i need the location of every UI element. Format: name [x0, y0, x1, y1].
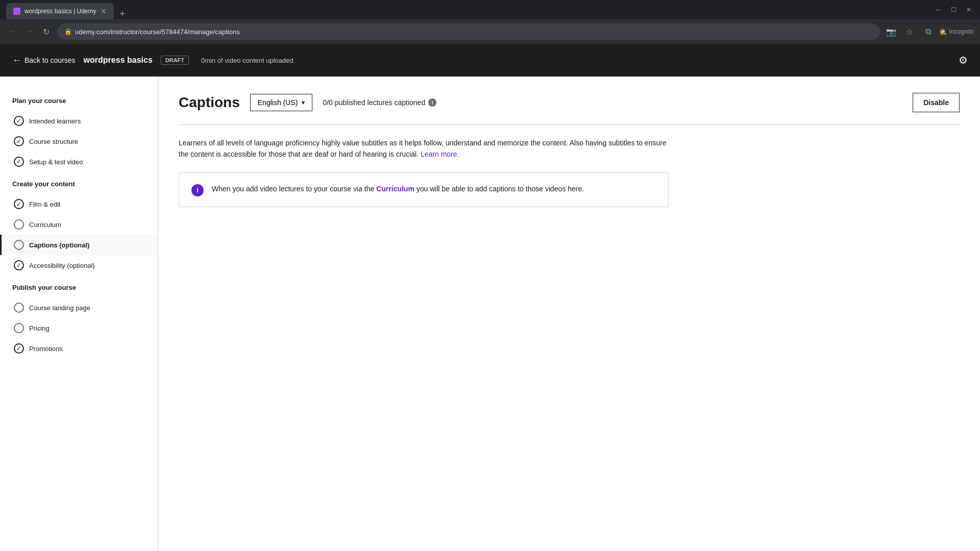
- sidebar-label: Film & edit: [29, 201, 60, 208]
- video-upload-status: 0min of video content uploaded: [201, 57, 293, 64]
- sidebar-item-pricing[interactable]: Pricing: [0, 318, 158, 338]
- check-completed-icon: ✓: [14, 136, 24, 146]
- draft-badge: DRAFT: [161, 56, 189, 65]
- check-empty-icon: [14, 303, 24, 313]
- learn-more-link[interactable]: Learn more.: [421, 150, 459, 158]
- tab-title: wordpress basics | Udemy: [24, 8, 96, 15]
- check-completed-icon: ✓: [14, 343, 24, 354]
- tab-favicon: [13, 8, 20, 15]
- address-text: udemy.com/instructor/course/5784474/mana…: [75, 28, 240, 36]
- check-completed-icon: ✓: [14, 260, 24, 270]
- sidebar-item-accessibility[interactable]: ✓ Accessibility (optional): [0, 255, 158, 276]
- check-empty-icon: [14, 323, 24, 333]
- curriculum-link[interactable]: Curriculum: [376, 185, 414, 193]
- sidebar-item-curriculum[interactable]: Curriculum: [0, 214, 158, 235]
- browser-tab-active[interactable]: wordpress basics | Udemy ✕: [6, 3, 114, 19]
- sidebar-label: Pricing: [29, 324, 50, 332]
- caption-description-text: Learners of all levels of language profi…: [179, 137, 669, 160]
- forward-button[interactable]: →: [22, 24, 37, 39]
- maximize-button[interactable]: ☐: [946, 3, 961, 17]
- star-icon[interactable]: ☆: [902, 24, 917, 39]
- back-to-courses-link[interactable]: ← Back to courses: [12, 55, 76, 66]
- sidebar-label: Course landing page: [29, 304, 90, 312]
- create-section-title: Create your content: [0, 176, 158, 192]
- incognito-indicator: 🕵 Incognito: [939, 28, 974, 35]
- split-view-icon[interactable]: ⧉: [921, 24, 935, 39]
- sidebar-item-course-structure[interactable]: ✓ Course structure: [0, 131, 158, 152]
- close-window-button[interactable]: ✕: [962, 3, 976, 17]
- sidebar-item-intended-learners[interactable]: ✓ Intended learners: [0, 111, 158, 131]
- info-icon: i: [428, 98, 436, 107]
- sidebar-label: Promotions: [29, 345, 63, 353]
- course-sidebar: Plan your course ✓ Intended learners ✓ C…: [0, 77, 158, 551]
- check-completed-icon: ✓: [14, 199, 24, 209]
- sidebar-label: Accessibility (optional): [29, 262, 95, 269]
- check-empty-icon: [14, 219, 24, 230]
- course-title: wordpress basics: [84, 56, 153, 65]
- captions-count: 0/0 published lectures captioned i: [323, 98, 436, 107]
- plan-section-title: Plan your course: [0, 93, 158, 109]
- address-bar[interactable]: 🔒 udemy.com/instructor/course/5784474/ma…: [57, 23, 880, 40]
- lock-icon: 🔒: [64, 28, 72, 35]
- settings-icon[interactable]: ⚙: [959, 54, 968, 66]
- sidebar-label: Curriculum: [29, 221, 61, 229]
- info-box: i When you add video lectures to your co…: [179, 172, 669, 207]
- sidebar-label: Course structure: [29, 138, 78, 145]
- language-select-value: English (US): [258, 98, 298, 107]
- main-content-area: Captions English (US) ▾ 0/0 published le…: [158, 77, 980, 551]
- sidebar-item-film-edit[interactable]: ✓ Film & edit: [0, 194, 158, 214]
- new-tab-button[interactable]: +: [116, 9, 130, 19]
- tab-close-button[interactable]: ✕: [101, 7, 107, 15]
- minimize-button[interactable]: ─: [931, 3, 945, 17]
- disable-button[interactable]: Disable: [913, 93, 960, 112]
- sidebar-item-setup-test-video[interactable]: ✓ Setup & test video: [0, 152, 158, 172]
- check-completed-icon: ✓: [14, 116, 24, 126]
- sidebar-label: Captions (optional): [29, 241, 89, 249]
- section-divider: [179, 124, 960, 125]
- incognito-icon: 🕵: [939, 28, 947, 35]
- page-title: Captions: [179, 94, 240, 111]
- info-box-text: When you add video lectures to your cour…: [212, 183, 584, 194]
- reload-button[interactable]: ↻: [39, 24, 53, 39]
- sidebar-item-course-landing-page[interactable]: Course landing page: [0, 297, 158, 318]
- check-completed-icon: ✓: [14, 157, 24, 167]
- info-box-icon: i: [191, 184, 204, 196]
- chevron-down-icon: ▾: [302, 99, 305, 106]
- back-button[interactable]: ←: [6, 24, 20, 39]
- sidebar-item-captions[interactable]: Captions (optional): [0, 235, 158, 255]
- no-camera-icon: 📷: [884, 24, 898, 39]
- app-header: ← Back to courses wordpress basics DRAFT…: [0, 44, 980, 77]
- check-empty-icon: [14, 240, 24, 250]
- captions-header: Captions English (US) ▾ 0/0 published le…: [179, 93, 960, 112]
- sidebar-label: Intended learners: [29, 117, 81, 125]
- back-arrow-icon: ←: [12, 55, 21, 66]
- sidebar-item-promotions[interactable]: ✓ Promotions: [0, 338, 158, 359]
- language-select-dropdown[interactable]: English (US) ▾: [250, 94, 313, 111]
- sidebar-label: Setup & test video: [29, 158, 83, 166]
- publish-section-title: Publish your course: [0, 280, 158, 295]
